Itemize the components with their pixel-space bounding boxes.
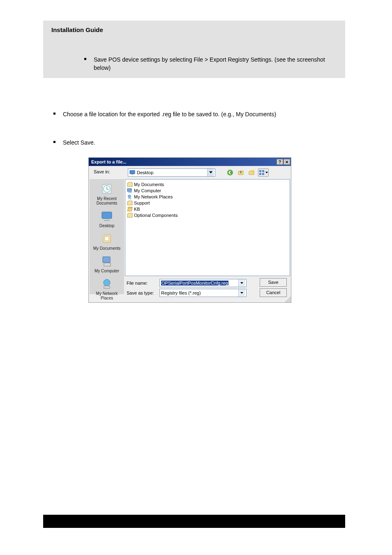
file-item[interactable]: KB [127,206,288,212]
instruction-item-3: Select Save. [53,138,333,147]
file-name: Support [134,200,150,205]
file-name: My Documents [134,182,164,187]
save-in-combo[interactable]: Desktop [128,168,215,177]
dialog-titlebar[interactable]: Export to a file... ? ✕ [89,158,291,166]
page-title: Installation Guide [51,26,103,33]
sidebar-item-label: My Computer [90,269,123,273]
svg-rect-6 [259,173,261,175]
computer-icon [100,255,113,268]
chevron-down-icon[interactable] [238,279,245,287]
dialog-title: Export to a file... [91,159,127,164]
instruction-item-2: Choose a file location for the exported … [53,110,333,118]
file-name: My Network Places [134,194,173,199]
svg-rect-4 [259,170,261,172]
sidebar-item-my-recent-documents[interactable]: My Recent Documents [90,181,123,207]
file-name: KB [134,207,140,212]
places-sidebar: My Recent Documents Desktop My Documents… [90,179,124,294]
sidebar-item-label: Desktop [90,223,123,228]
computer-icon [127,188,133,193]
bullet-icon [84,58,86,60]
help-button[interactable]: ? [277,159,283,165]
recent-documents-icon [100,182,113,196]
instruction-text: Save POS device settings by selecting Fi… [94,55,331,72]
save-in-value: Desktop [137,170,153,175]
new-folder-icon [248,169,255,176]
svg-rect-21 [128,198,131,199]
sidebar-item-my-documents[interactable]: My Documents [90,230,123,252]
file-name-input[interactable]: OPSerialPortPosMonitorCnfg.reg [159,279,247,287]
svg-rect-13 [105,237,109,241]
folder-open-icon [127,206,133,212]
cancel-button[interactable]: Cancel [260,288,287,297]
svg-rect-5 [262,170,264,172]
file-name-value: OPSerialPortPosMonitorCnfg.reg [161,281,228,286]
file-name: My Computer [134,188,161,193]
file-item[interactable]: My Computer [127,187,288,193]
dialog-toolbar: Desktop [89,166,291,179]
file-list[interactable]: My Documents My Computer My Network Plac… [125,179,290,276]
svg-rect-12 [104,220,110,221]
file-item[interactable]: Optional Components [127,212,288,218]
back-button[interactable] [226,168,234,177]
svg-rect-7 [262,173,264,175]
svg-point-16 [104,279,110,286]
documents-icon [100,232,113,245]
back-icon [227,169,233,176]
sidebar-item-desktop[interactable]: Desktop [90,208,123,230]
svg-rect-15 [104,263,111,266]
svg-rect-11 [105,219,108,220]
svg-point-20 [128,195,131,198]
save-as-type-value: Registry files (*.reg) [161,290,201,295]
desktop-icon [129,170,135,175]
help-icon: ? [279,160,281,164]
save-button[interactable]: Save [260,278,287,287]
close-icon: ✕ [285,160,288,164]
svg-rect-1 [131,174,133,175]
bullet-icon [53,141,55,143]
chevron-down-icon[interactable] [238,289,245,297]
sidebar-item-label: My Documents [90,246,123,251]
new-folder-button[interactable] [247,168,256,177]
file-item[interactable]: Support [127,200,288,206]
desktop-icon [100,210,113,223]
file-item[interactable]: My Network Places [127,193,288,200]
views-button[interactable] [258,168,269,177]
svg-rect-17 [104,286,110,288]
folder-icon [127,212,133,218]
footer-bar [43,515,345,528]
file-item[interactable]: My Documents [127,181,288,187]
sidebar-item-label: My Network Places [90,291,123,300]
up-folder-icon [238,169,244,176]
folder-icon [127,200,133,206]
svg-rect-14 [103,257,110,263]
chevron-down-icon [265,172,268,173]
instruction-text: Choose a file location for the exported … [63,110,276,118]
file-name: Optional Components [134,213,178,218]
views-icon [259,170,265,175]
instruction-text: Select Save. [63,138,95,147]
folder-icon [127,182,133,187]
sidebar-item-my-network-places[interactable]: My Network Places [90,276,123,302]
bullet-icon [53,113,55,115]
close-button[interactable]: ✕ [284,159,290,165]
chevron-down-icon[interactable] [207,169,214,176]
save-in-label: Save in: [94,169,110,174]
export-dialog: Export to a file... ? ✕ Save in: Desktop [88,157,291,303]
svg-point-2 [227,170,233,175]
network-places-icon [100,277,113,290]
svg-rect-0 [130,170,135,174]
network-icon [127,194,133,200]
save-as-type-label: Save as type: [127,290,156,295]
sidebar-item-label: My Recent Documents [90,196,123,205]
svg-rect-18 [127,189,131,191]
save-as-type-select[interactable]: Registry files (*.reg) [159,289,247,297]
sidebar-item-my-computer[interactable]: My Computer [90,253,123,275]
svg-rect-10 [102,212,112,219]
file-name-label: File name: [127,281,156,286]
svg-rect-19 [128,192,132,193]
resize-grip-icon[interactable] [285,297,291,302]
instruction-item-1: Save POS device settings by selecting Fi… [84,55,331,72]
svg-point-3 [252,170,254,173]
up-one-level-button[interactable] [237,168,245,177]
